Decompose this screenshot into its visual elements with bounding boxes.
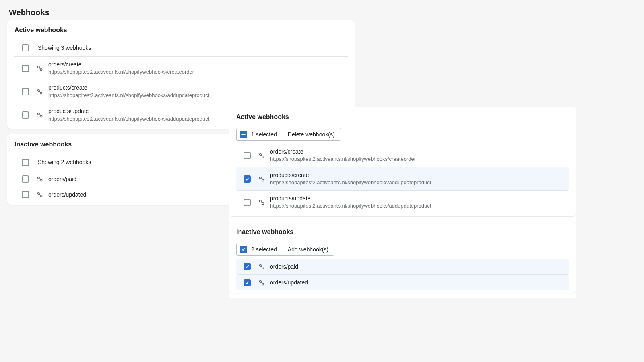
webhook-url: https://shopapitest2.activeants.nl/shopi…	[48, 69, 341, 76]
selection-bar: 2 selected Add webhook(s)	[236, 243, 569, 256]
table-row[interactable]: products/createhttps://shopapitest2.acti…	[14, 80, 348, 103]
table-row[interactable]: orders/createhttps://shopapitest2.active…	[236, 144, 569, 167]
webhook-topic: products/update	[270, 195, 561, 202]
svg-line-8	[39, 114, 40, 115]
delete-webhooks-button[interactable]: Delete webhook(s)	[282, 128, 341, 140]
svg-line-2	[39, 68, 40, 69]
row-checkbox[interactable]	[22, 88, 29, 95]
svg-line-26	[261, 266, 262, 267]
webhook-topic: orders/paid	[270, 263, 561, 270]
row-checkbox[interactable]	[22, 111, 29, 119]
webhook-url: https://shopapitest2.activeants.nl/shopi…	[270, 203, 561, 210]
svg-line-11	[39, 178, 40, 179]
showing-count: Showing 3 webhooks	[35, 44, 91, 51]
webhook-url: https://shopapitest2.activeants.nl/shopi…	[48, 92, 341, 99]
card-title-active: Active webhooks	[229, 107, 576, 128]
select-all-checkbox[interactable]	[240, 246, 247, 253]
row-checkbox[interactable]	[22, 65, 29, 72]
svg-line-20	[261, 178, 262, 179]
table-row[interactable]: products/createhttps://shopapitest2.acti…	[236, 167, 569, 191]
svg-line-23	[261, 202, 262, 203]
webhook-topic: products/create	[270, 171, 561, 179]
webhook-icon	[256, 152, 267, 159]
webhook-topic: orders/updated	[270, 279, 561, 286]
row-checkbox[interactable]	[244, 175, 251, 183]
webhook-icon	[35, 88, 45, 95]
add-webhooks-button[interactable]: Add webhook(s)	[282, 243, 334, 255]
table-row[interactable]: products/updatehttps://shopapitest2.acti…	[236, 191, 569, 214]
table-header-row: Showing 3 webhooks	[14, 41, 348, 57]
webhook-topic: products/create	[48, 84, 341, 91]
svg-line-14	[39, 194, 40, 195]
selection-count-group: 2 selected	[237, 243, 282, 255]
row-checkbox[interactable]	[244, 279, 251, 286]
webhook-url: https://shopapitest2.activeants.nl/shopi…	[270, 156, 561, 163]
row-checkbox[interactable]	[22, 175, 29, 183]
row-checkbox[interactable]	[244, 152, 251, 159]
row-checkbox[interactable]	[244, 263, 251, 270]
svg-line-29	[261, 282, 262, 283]
webhook-icon	[35, 112, 45, 118]
webhook-icon	[35, 191, 45, 198]
showing-count: Showing 2 webhooks	[35, 158, 91, 166]
selection-bar: 1 selected Delete webhook(s)	[236, 128, 569, 141]
table-row[interactable]: orders/paid	[236, 259, 569, 275]
webhook-topic: orders/create	[48, 61, 341, 68]
webhook-icon	[256, 199, 267, 206]
table-row[interactable]: orders/createhttps://shopapitest2.active…	[14, 57, 348, 80]
selected-count: 1 selected	[251, 131, 277, 138]
select-all-checkbox[interactable]	[240, 131, 247, 138]
selection-count-group: 1 selected	[237, 128, 282, 140]
webhook-icon	[35, 65, 45, 72]
webhook-icon	[256, 176, 267, 182]
webhook-icon	[35, 176, 45, 182]
webhook-icon	[256, 263, 267, 270]
active-webhooks-card-selected: Active webhooks 1 selected Delete webhoo…	[229, 107, 576, 216]
selected-count: 2 selected	[251, 246, 277, 253]
webhook-url: https://shopapitest2.activeants.nl/shopi…	[270, 179, 561, 186]
row-checkbox[interactable]	[244, 199, 251, 206]
table-row[interactable]: orders/updated	[236, 275, 569, 290]
card-title-active: Active webhooks	[7, 20, 355, 41]
row-checkbox[interactable]	[22, 191, 29, 198]
svg-line-5	[39, 91, 40, 92]
inactive-webhooks-card-selected: Inactive webhooks 2 selected Add webhook…	[229, 222, 576, 292]
select-all-checkbox[interactable]	[22, 159, 29, 166]
svg-line-17	[261, 155, 262, 156]
select-all-checkbox[interactable]	[22, 44, 29, 51]
card-title-inactive: Inactive webhooks	[229, 222, 576, 243]
webhook-icon	[256, 280, 267, 286]
webhook-topic: orders/create	[270, 148, 561, 155]
